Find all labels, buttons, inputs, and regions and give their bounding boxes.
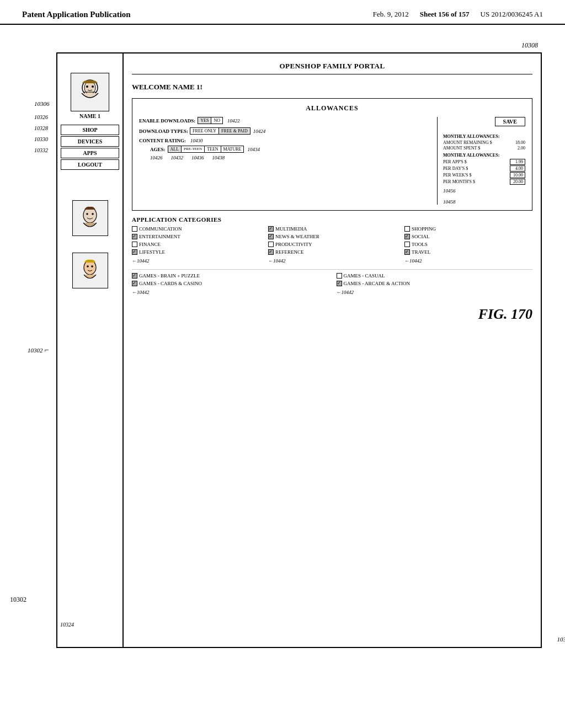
- checkbox-shopping[interactable]: [404, 226, 410, 232]
- save-container: SAVE: [443, 117, 525, 130]
- checkbox-travel[interactable]: [404, 249, 410, 255]
- tab-free-paid[interactable]: FREE & PAID: [219, 128, 250, 134]
- cat-multimedia: MULTIMEDIA: [268, 226, 396, 232]
- checkbox-social[interactable]: [404, 234, 410, 239]
- svg-point-3: [86, 85, 88, 88]
- cat-finance: FINANCE: [132, 242, 260, 247]
- monthly-label: MONTHLY ALLOWANCES:: [443, 134, 525, 139]
- per-week-label: PER WEEK'S $: [443, 173, 472, 178]
- checkbox-communication[interactable]: [132, 226, 137, 232]
- portal-title: OPENSHOP FAMILY PORTAL: [132, 62, 532, 74]
- per-week-value[interactable]: 10.00: [510, 172, 525, 178]
- avatar2-svg: [75, 203, 105, 233]
- cat-reference-label: REFERENCE: [275, 249, 304, 255]
- cat-social-label: SOCIAL: [412, 234, 430, 239]
- nav-devices[interactable]: DEVICES: [61, 136, 119, 147]
- cat-shopping: SHOPPING: [404, 226, 532, 232]
- label-10322: 10322f: [557, 636, 565, 643]
- games-col1: GAMES - BRAIN + PUZZLE GAMES - CARDS & C…: [132, 273, 328, 295]
- cat-games-cards-label: GAMES - CARDS & CASINO: [139, 281, 202, 286]
- checkbox-multimedia[interactable]: [268, 226, 274, 232]
- svg-point-6: [86, 213, 88, 215]
- content-rating-label: CONTENT RATING:: [139, 138, 186, 143]
- allowances-right: SAVE MONTHLY ALLOWANCES: AMOUNT REMAININ…: [437, 117, 525, 205]
- games-col2: GAMES - CASUAL GAMES - ARCADE & ACTION ←…: [337, 273, 533, 295]
- nav-logout[interactable]: LOGOUT: [61, 159, 119, 170]
- ages-label: AGES:: [150, 147, 166, 152]
- cat-finance-label: FINANCE: [139, 242, 161, 247]
- per-day-value[interactable]: 4.00: [510, 165, 525, 172]
- sidebar: 10306: [57, 53, 124, 647]
- checkbox-finance[interactable]: [132, 242, 137, 247]
- cat-entertainment: ENTERTAINMENT: [132, 234, 260, 239]
- save-button[interactable]: SAVE: [495, 117, 525, 126]
- checkbox-games-cards[interactable]: [132, 281, 137, 286]
- avatar-container: [71, 62, 109, 111]
- cat-lifestyle: LIFESTYLE: [132, 249, 260, 255]
- amount-spent-label: AMOUNT SPENT $: [443, 146, 480, 151]
- per-month-value[interactable]: 20.00: [510, 179, 525, 185]
- amount-remaining-val: 18.00: [515, 140, 525, 145]
- avatar2-container: [72, 192, 108, 236]
- main-content-area: OPENSHOP FAMILY PORTAL WELCOME NAME 1! A…: [124, 53, 541, 328]
- checkbox-reference[interactable]: [268, 249, 274, 255]
- cat-tools-label: TOOLS: [412, 242, 428, 247]
- ref-10442-col1: ←10442: [132, 258, 260, 264]
- allowances-title: ALLOWANCES: [139, 104, 525, 113]
- checkbox-news[interactable]: [268, 234, 274, 239]
- per-app-value[interactable]: 1.99: [510, 159, 525, 165]
- cat-games-arcade-label: GAMES - ARCADE & ACTION: [344, 281, 411, 286]
- label-10308: 10308: [521, 41, 538, 50]
- checkbox-entertainment[interactable]: [132, 234, 137, 239]
- label-10302-arrow: 10302 ⌐: [28, 346, 49, 355]
- amount-remaining-label: AMOUNT REMAINING $: [443, 140, 492, 145]
- right-ref-numbers: 10456 10458: [443, 188, 525, 205]
- categories-title: APPLICATION CATEGORIES: [132, 216, 532, 223]
- label-10328: 10328: [34, 125, 48, 131]
- per-day-row: PER DAY'S $ 4.00: [443, 165, 525, 172]
- tab-mature[interactable]: MATURE: [221, 146, 244, 152]
- sidebar-nav: SHOP DEVICES APPS LOGOUT: [61, 125, 119, 170]
- tab-teen[interactable]: TEEN: [205, 146, 221, 152]
- welcome-text: WELCOME NAME 1!: [132, 83, 532, 92]
- toggle-yes[interactable]: YES: [198, 117, 211, 124]
- tab-all[interactable]: ALL: [168, 146, 182, 152]
- checkbox-tools[interactable]: [404, 242, 410, 247]
- games-grid: GAMES - BRAIN + PUZZLE GAMES - CARDS & C…: [132, 269, 532, 295]
- checkbox-lifestyle[interactable]: [132, 249, 137, 255]
- per-day-label: PER DAY'S $: [443, 166, 468, 171]
- tab-free-only[interactable]: FREE ONLY: [190, 128, 219, 134]
- tab-pre-teen[interactable]: PRE-TEEN: [182, 146, 205, 152]
- cat-multimedia-label: MULTIMEDIA: [275, 226, 307, 232]
- svg-point-7: [92, 213, 94, 215]
- age-refs: 10426 10432 10436 10438: [150, 155, 429, 160]
- publication-title: Patent Application Publication: [22, 10, 373, 19]
- cat-travel: TRAVEL: [404, 249, 532, 255]
- cat-social: SOCIAL: [404, 234, 532, 239]
- ref-10302: 10302: [10, 596, 26, 604]
- header-patent: US 2012/0036245 A1: [481, 10, 543, 19]
- categories-section: APPLICATION CATEGORIES COMMUNICATION: [132, 216, 532, 295]
- checkbox-games-brain[interactable]: [132, 273, 137, 279]
- toggle-no[interactable]: NO: [211, 117, 222, 124]
- checkbox-games-casual[interactable]: [337, 273, 342, 279]
- avatar3-svg: [75, 255, 105, 286]
- download-type-tabs[interactable]: FREE ONLY FREE & PAID: [190, 127, 250, 135]
- nav-shop[interactable]: SHOP: [61, 125, 119, 135]
- monthly-label2: MONTHLY ALLOWANCES:: [443, 153, 525, 158]
- cat-travel-label: TRAVEL: [412, 249, 430, 255]
- ages-tabs[interactable]: ALL PRE-TEEN TEEN MATURE: [168, 146, 244, 153]
- download-types-row: DOWNLOAD TYPES: FREE ONLY FREE & PAID 10…: [139, 127, 429, 135]
- checkbox-games-arcade[interactable]: [337, 281, 342, 286]
- cat-games-brain-label: GAMES - BRAIN + PUZZLE: [139, 273, 200, 279]
- cat-productivity: PRODUCTIVITY: [268, 242, 396, 247]
- nav-apps[interactable]: APPS: [61, 148, 119, 158]
- enable-downloads-row: ENABLE DOWNLOADS: YES NO 10422: [139, 117, 429, 124]
- svg-point-10: [91, 265, 93, 267]
- label-10326: 10326: [34, 114, 48, 120]
- amount-spent-row: AMOUNT SPENT $ 2.00: [443, 146, 525, 151]
- checkbox-productivity[interactable]: [268, 242, 274, 247]
- avatar3-container: [72, 244, 108, 288]
- enable-toggle[interactable]: YES NO: [198, 117, 223, 124]
- svg-point-4: [92, 85, 94, 88]
